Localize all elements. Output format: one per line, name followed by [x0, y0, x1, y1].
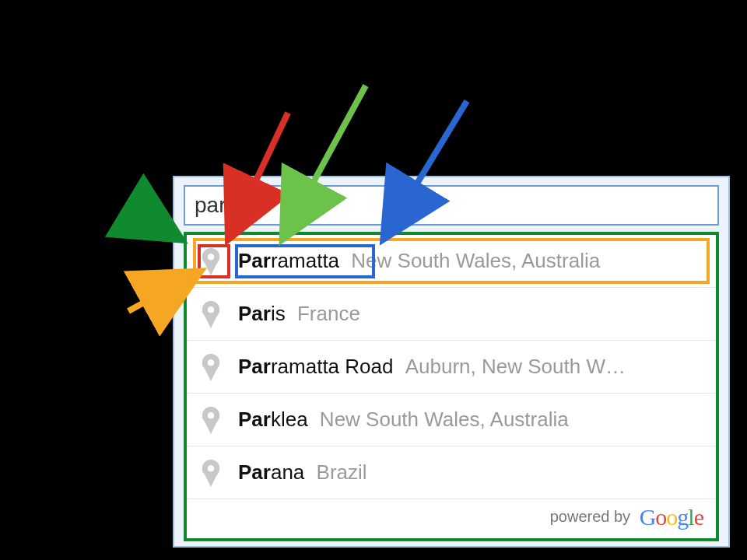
- autocomplete-panel: par Parramatta New South Wales, Australi…: [173, 176, 730, 548]
- suggestion-secondary: Brazil: [317, 460, 367, 484]
- search-value: par: [195, 193, 226, 218]
- suggestion-secondary: New South Wales, Australia: [320, 408, 569, 431]
- arrow-to-dropdown: [132, 210, 177, 237]
- suggestion-text: Parramatta Road Auburn, New South W…: [238, 355, 702, 379]
- text-caret: [227, 194, 228, 217]
- suggestion-item[interactable]: Parana Brazil: [187, 446, 716, 499]
- suggestion-main: Parana: [238, 460, 304, 484]
- suggestion-item[interactable]: Parklea New South Wales, Australia: [187, 394, 716, 446]
- suggestions-dropdown: Parramatta New South Wales, Australia Pa…: [184, 232, 719, 541]
- google-logo: Google: [640, 504, 703, 530]
- suggestion-main: Parramatta Road: [238, 355, 393, 378]
- suggestion-text: Parramatta New South Wales, Australia: [238, 249, 702, 273]
- suggestion-secondary: France: [297, 302, 360, 325]
- suggestion-main: Parklea: [238, 408, 308, 431]
- suggestion-item[interactable]: Parramatta Road Auburn, New South W…: [187, 341, 716, 394]
- place-marker-icon: [201, 406, 221, 434]
- place-marker-icon: [201, 353, 221, 381]
- suggestion-text: Parana Brazil: [238, 460, 702, 485]
- search-input[interactable]: par: [184, 185, 719, 226]
- place-marker-icon: [201, 300, 221, 328]
- suggestion-main: Parramatta: [238, 249, 339, 272]
- suggestion-item[interactable]: Parramatta New South Wales, Australia: [187, 235, 716, 288]
- place-marker-icon: [201, 247, 221, 275]
- powered-by-label: powered by: [550, 508, 630, 525]
- suggestion-secondary: New South Wales, Australia: [351, 249, 600, 272]
- attribution-footer: powered by Google: [187, 499, 716, 538]
- suggestion-main: Paris: [238, 302, 286, 325]
- suggestion-item[interactable]: Paris France: [187, 288, 716, 341]
- suggestion-secondary: Auburn, New South W…: [405, 355, 626, 378]
- suggestion-text: Paris France: [238, 302, 702, 326]
- suggestion-text: Parklea New South Wales, Australia: [238, 408, 702, 432]
- place-marker-icon: [201, 459, 221, 487]
